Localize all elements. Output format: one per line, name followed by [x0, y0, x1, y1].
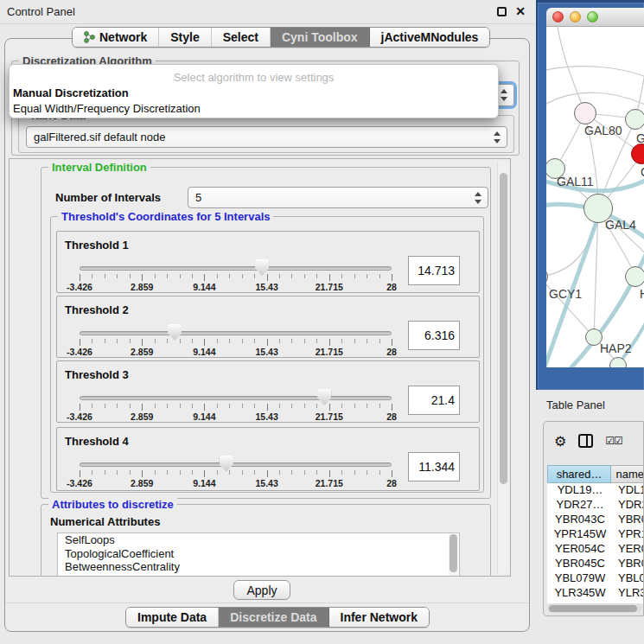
threshold-value-field[interactable]: 6.316	[408, 321, 460, 350]
group-title: Threshold's Coordinates for 5 Intervals	[58, 210, 273, 223]
apply-button[interactable]: Apply	[233, 580, 290, 600]
major-tick	[80, 339, 80, 346]
slider-scale: -3.4262.8599.14415.4321.71528	[80, 339, 392, 360]
network-window-titlebar[interactable]	[546, 8, 644, 27]
cell-name[interactable]: YBL0	[613, 571, 644, 586]
tick-label: 15.43	[255, 282, 277, 292]
tick-label: 21.715	[316, 282, 343, 292]
major-tick	[392, 470, 392, 477]
major-tick	[204, 339, 205, 346]
slider-track[interactable]	[80, 331, 392, 335]
settings-scrollpane: Interval Definition Number of Intervals …	[9, 158, 511, 577]
tick-label: 2.859	[131, 282, 153, 292]
number-of-intervals-combobox[interactable]: 5	[188, 187, 488, 208]
table-row[interactable]: YDR27…YDR2	[547, 498, 644, 513]
table-row[interactable]: YBR045CYBR0	[547, 557, 644, 571]
tick-label: -3.426	[67, 411, 92, 422]
cell-name[interactable]: YBR0	[613, 513, 644, 527]
cell-name[interactable]: YPR1	[613, 527, 644, 542]
zoom-traffic-light-icon[interactable]	[587, 11, 598, 22]
node-label: H	[640, 287, 644, 301]
major-tick	[204, 470, 205, 477]
cell-shared-name[interactable]: YPR145W	[547, 527, 613, 542]
table-data-combobox[interactable]: galFiltered.sif default node	[26, 126, 507, 148]
cell-shared-name[interactable]: YER054C	[547, 542, 613, 557]
table-data-group: Table Data galFiltered.sif default node	[18, 115, 514, 153]
major-tick	[204, 274, 205, 281]
panel-title: Control Panel	[0, 5, 75, 18]
tab-infer-network[interactable]: Infer Network	[329, 608, 429, 627]
popup-option-equal-width[interactable]: Equal Width/Frequency Discretization	[10, 102, 498, 115]
node-top-right[interactable]	[625, 109, 644, 130]
table-row[interactable]: YER054CYER0	[547, 542, 644, 557]
number-of-intervals-label: Number of Intervals	[55, 191, 161, 204]
checkbox-checked-icons[interactable]: ☑☑	[605, 435, 622, 447]
tick-label: -3.426	[67, 347, 92, 357]
list-item[interactable]: SelfLoops	[58, 533, 459, 547]
network-icon	[84, 31, 95, 43]
close-icon[interactable]: ✕	[515, 4, 526, 18]
cell-shared-name[interactable]: YLR345W	[547, 586, 613, 601]
column-header-shared-name[interactable]: shared…	[547, 465, 611, 483]
cell-shared-name[interactable]: YDR27…	[547, 498, 613, 513]
slider-scale: -3.4262.8599.14415.4321.71528	[80, 404, 392, 424]
list-item[interactable]: BetweennessCentrality	[58, 560, 459, 574]
float-window-icon[interactable]	[497, 7, 507, 16]
split-columns-icon[interactable]	[578, 434, 593, 448]
minimize-traffic-light-icon[interactable]	[570, 11, 581, 22]
table-row[interactable]: YDL19…YDL1	[547, 483, 644, 498]
threshold-1-slider[interactable]: -3.4262.8599.14415.4321.71528	[80, 265, 392, 294]
table-body: YDL19…YDL1YDR27…YDR2YBR043CYBR0YPR145WYP…	[547, 483, 644, 603]
tab-style[interactable]: Style	[159, 28, 211, 47]
slider-track[interactable]	[80, 396, 392, 400]
threshold-1-box: Threshold 1 -3.4262.8599.14415.4321.7152…	[56, 231, 480, 293]
tick-label: 21.715	[316, 411, 343, 422]
gear-icon[interactable]: ⚙	[554, 433, 566, 450]
cell-shared-name[interactable]: YBL079W	[547, 571, 613, 586]
cell-name[interactable]: YLR3	[613, 586, 644, 601]
list-item[interactable]: TopologicalCoefficient	[58, 547, 459, 561]
popup-option-manual[interactable]: Manual Discretization	[10, 86, 498, 99]
cell-name[interactable]: YBR0	[613, 557, 644, 571]
cell-shared-name[interactable]: YBR043C	[547, 513, 613, 527]
cell-name[interactable]: YDR2	[613, 498, 644, 513]
cell-name[interactable]: YDL1	[613, 483, 644, 498]
node-gal80[interactable]	[574, 102, 596, 124]
close-traffic-light-icon[interactable]	[552, 11, 564, 22]
tab-select[interactable]: Select	[212, 28, 271, 47]
network-canvas[interactable]: GAL80 G GAL11 GAL4 C GCY1 H HAP2	[546, 27, 644, 367]
tab-cyni-toolbox[interactable]: Cyni Toolbox	[271, 28, 370, 47]
slider-track[interactable]	[80, 462, 392, 467]
table-row[interactable]: YBL079WYBL0	[547, 571, 644, 586]
column-header-name[interactable]: name	[611, 465, 644, 483]
threshold-3-slider[interactable]: -3.4262.8599.14415.4321.71528	[80, 394, 392, 424]
threshold-4-slider[interactable]: -3.4262.8599.14415.4321.71528	[80, 461, 392, 490]
cell-shared-name[interactable]: YBR045C	[547, 557, 613, 571]
tab-label: Network	[99, 30, 147, 44]
threshold-value-field[interactable]: 14.713	[408, 256, 460, 285]
table-row[interactable]: YLR345WYLR3	[547, 586, 644, 601]
slider-track[interactable]	[80, 266, 392, 271]
tick-label: 9.144	[193, 411, 215, 422]
tab-jactivemnodules[interactable]: jActiveMNodules	[370, 28, 490, 47]
major-tick	[392, 404, 392, 411]
cell-shared-name[interactable]: YDL19…	[547, 483, 613, 498]
threshold-value-field[interactable]: 21.4	[408, 386, 460, 415]
tab-discretize-data[interactable]: Discretize Data	[219, 608, 328, 627]
tab-network[interactable]: Network	[73, 28, 159, 47]
tick-label: 2.859	[131, 411, 153, 422]
cell-name[interactable]: YER0	[613, 542, 644, 557]
settings-scrollbar[interactable]	[497, 161, 508, 574]
major-tick	[329, 339, 330, 346]
tick-label: -3.426	[67, 478, 92, 488]
table-row[interactable]: YBR043CYBR0	[547, 513, 644, 527]
threshold-value-field[interactable]: 11.344	[408, 452, 460, 481]
table-horizontal-scrollbar[interactable]	[547, 603, 642, 613]
group-title: Interval Definition	[48, 161, 150, 174]
node-right[interactable]	[625, 266, 644, 287]
table-row[interactable]: YPR145WYPR1	[547, 527, 644, 542]
list-scrollbar[interactable]	[449, 534, 458, 577]
threshold-2-slider[interactable]: -3.4262.8599.14415.4321.71528	[80, 329, 392, 359]
right-panels: GAL80 G GAL11 GAL4 C GCY1 H HAP2 Table P…	[534, 0, 644, 644]
tab-impute-data[interactable]: Impute Data	[126, 608, 219, 627]
